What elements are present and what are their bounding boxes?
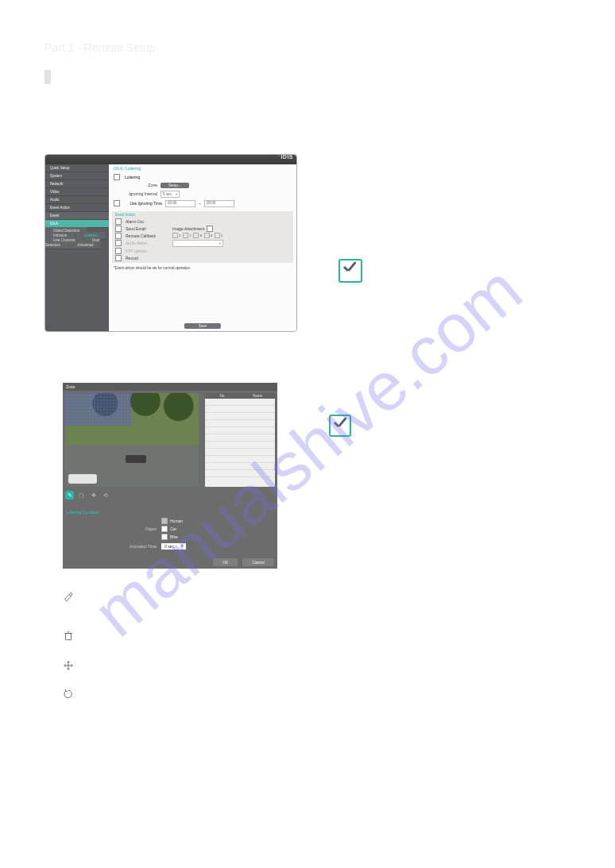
callback-4[interactable] <box>204 233 210 238</box>
tool-erase-icon[interactable]: ▢ <box>77 491 86 500</box>
label-send-email: Send Email <box>126 226 170 231</box>
tool-move-all-icon[interactable]: ✥ <box>89 491 98 500</box>
table-row[interactable] <box>205 434 275 442</box>
input-time-to[interactable]: 00:00 <box>204 200 234 207</box>
table-row[interactable] <box>205 442 275 449</box>
legend-move-all: (Move all): Moves the position of the en… <box>63 660 309 671</box>
condition-title: Loitering Condition <box>63 508 277 517</box>
legend-erase-all: (Erase all): Remove the entire zone. <box>63 689 309 700</box>
table-row[interactable] <box>205 413 275 420</box>
checkbox-loitering[interactable] <box>114 174 120 180</box>
checkbox-use-ignoring-time[interactable] <box>114 200 120 206</box>
input-time-from[interactable]: 00:00 <box>165 200 195 207</box>
th-name: Name <box>240 393 275 399</box>
sidebar-sub-advanced[interactable]: Advanced <box>69 241 101 249</box>
table-row[interactable] <box>205 406 275 413</box>
label-alarm-out: Alarm-Out <box>126 219 170 224</box>
table-row[interactable] <box>205 420 275 427</box>
table-row[interactable] <box>205 399 275 406</box>
page-header: Part 1 - Remote Setup <box>44 41 155 54</box>
label-audio-alarm: Audio Alarm <box>126 241 170 245</box>
label-zone: Zone <box>114 183 157 187</box>
label-loitering: Loitering <box>125 175 140 179</box>
info-checkmark-icon <box>329 415 351 437</box>
legend-zone: (Zone): Drag the mouse to set the detect… <box>63 591 309 613</box>
tool-legend: (Zone): Drag the mouse to set the detect… <box>63 591 309 717</box>
checkbox-human[interactable] <box>161 518 168 524</box>
overlay-grid <box>65 393 132 426</box>
legend-erase-text: (Erase): Remove the selected zone. <box>82 631 215 642</box>
table-row[interactable] <box>205 427 275 434</box>
checkbox-image-attachment[interactable] <box>207 226 213 232</box>
table-row[interactable] <box>205 456 275 463</box>
event-action-panel: Event Action Alarm-Out Send EmailImage A… <box>112 211 293 263</box>
save-button[interactable]: Save <box>184 323 221 329</box>
screenshot-zone-dialog: Zone No.Name <box>63 383 277 569</box>
ok-button[interactable]: OK <box>213 558 238 566</box>
erase-all-icon <box>63 689 74 700</box>
dialog-title: Zone <box>63 383 277 391</box>
checkbox-ftp-upload[interactable] <box>115 248 122 254</box>
callback-numbers: 1 2 3 4 5 <box>172 233 222 238</box>
select-audio-alarm[interactable] <box>172 240 223 247</box>
sidebar-item-network[interactable]: Network <box>45 180 109 188</box>
sidebar-item-event[interactable]: Event <box>45 212 109 220</box>
label-use-ignoring-time: Use Ignoring Time <box>125 201 162 206</box>
cancel-button[interactable]: Cancel <box>242 558 274 566</box>
info-text-2: The zone setting is identical to the IDL… <box>358 413 612 442</box>
label-human: Human <box>170 519 183 523</box>
callback-1[interactable] <box>172 233 178 238</box>
checkbox-audio-alarm[interactable] <box>115 240 122 246</box>
info-checkmark-icon <box>338 259 362 283</box>
bullet-activation: Activation Time: Sets the activation tim… <box>63 754 309 783</box>
info-text-1: The IDLA Loitering setting is identical … <box>329 159 583 187</box>
label-object: Object <box>63 527 161 531</box>
move-all-icon <box>63 660 74 671</box>
callback-2[interactable] <box>183 233 188 238</box>
save-bar: Save <box>184 323 221 329</box>
label-ftp-upload: FTP Upload <box>126 249 170 253</box>
table-row[interactable] <box>205 470 275 477</box>
breadcrumb: IDLA / Loitering <box>109 164 296 172</box>
checkbox-bike[interactable] <box>161 534 168 540</box>
select-activation-time[interactable]: 0 sec. <box>161 543 186 550</box>
label-ignoring-interval: Ignoring Interval <box>114 191 157 196</box>
main-panel: IDLA / Loitering Loitering Zone Setup...… <box>109 164 296 331</box>
checkbox-car[interactable] <box>161 526 168 532</box>
legend-zone-text: (Zone): Drag the mouse to set the detect… <box>82 591 309 613</box>
setup-button[interactable]: Setup... <box>161 183 189 188</box>
label-bike: Bike <box>170 534 178 539</box>
zone-table: No.Name <box>205 393 275 487</box>
sidebar-item-quick-setup[interactable]: Quick Setup <box>45 164 109 172</box>
callback-3[interactable] <box>193 233 199 238</box>
sidebar-item-system[interactable]: System <box>45 172 109 180</box>
sidebar-item-video[interactable]: Video <box>45 188 109 196</box>
tool-erase-all-icon[interactable]: ⟲ <box>101 491 110 500</box>
toolbar: ✎ ▢ ✥ ⟲ <box>65 491 110 500</box>
select-ignoring-interval[interactable]: 5 sec. <box>161 191 180 198</box>
tool-zone-icon[interactable]: ✎ <box>65 491 74 500</box>
label-activation-time: Activation Time <box>63 544 161 549</box>
table-row[interactable] <box>205 449 275 456</box>
zone-icon <box>63 591 74 602</box>
footer-note: *Event action should be set for normal o… <box>109 263 296 273</box>
legend-erase-all-text: (Erase all): Remove the entire zone. <box>82 689 215 700</box>
label-image-attachment: Image Attachment <box>172 226 204 231</box>
sidebar-item-audio[interactable]: Audio <box>45 196 109 204</box>
legend-move-all-text: (Move all): Moves the position of the en… <box>82 660 261 671</box>
sidebar: Quick Setup System Network Video Audio E… <box>45 164 109 331</box>
screenshot-settings: °IDIS Quick Setup System Network Video A… <box>44 154 297 332</box>
callback-5[interactable] <box>215 233 220 238</box>
table-row[interactable] <box>205 463 275 470</box>
sidebar-item-event-action[interactable]: Event Action <box>45 204 109 212</box>
label-remote-callback: Remote Callback <box>126 233 170 238</box>
checkbox-remote-callback[interactable] <box>115 233 122 239</box>
bullet-object: Object: Select the object(Human, Car, Bi… <box>63 707 309 726</box>
erase-icon <box>63 631 74 642</box>
checkbox-record[interactable] <box>115 255 122 261</box>
th-no: No. <box>205 393 240 399</box>
checkbox-send-email[interactable] <box>115 226 122 232</box>
checkbox-alarm-out[interactable] <box>115 218 122 225</box>
label-record: Record <box>126 256 170 260</box>
video-preview[interactable] <box>65 393 199 487</box>
